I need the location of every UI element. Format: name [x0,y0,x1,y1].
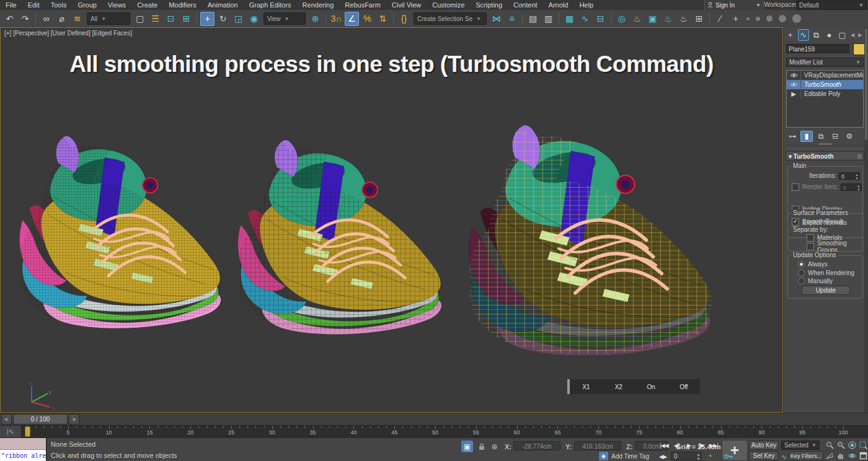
spinner-snap-icon[interactable]: ⇅ [376,12,390,26]
rectangular-selection-region-icon[interactable]: ⊡ [164,12,178,26]
zoom-icon[interactable] [825,440,835,450]
zoom-all-icon[interactable] [836,440,846,450]
menu-group[interactable]: Group [72,0,102,10]
render-preset-blob-4[interactable] [779,15,786,22]
eye-icon[interactable] [787,80,801,89]
schematic-view-icon[interactable]: ⊟ [593,12,608,26]
previous-frame-step-button[interactable]: < [1,414,12,424]
shoe-model-smoothed-wireframe[interactable] [461,115,726,355]
menu-arnold[interactable]: Arnold [543,0,574,10]
always-radio[interactable] [798,261,805,268]
smooth-result-checkbox[interactable]: ✓ [792,218,799,226]
modify-tab[interactable]: ∿ [798,29,809,41]
spinner-icon[interactable]: ▲▼ [696,452,701,461]
unlink-selection-icon[interactable]: ⌀ [55,12,69,26]
go-to-end-button[interactable]: ▶▶| [708,441,719,450]
render-production-icon[interactable]: ♨ [661,12,675,26]
menu-animation[interactable]: Animation [202,0,244,10]
add-mode-icon[interactable]: + [728,12,743,26]
menu-help[interactable]: Help [574,0,599,10]
render-preset-blob-5[interactable] [792,14,801,23]
smoothing-groups-checkbox[interactable] [807,243,814,250]
render-iters-field[interactable]: 0▲▼ [841,183,862,191]
auto-key-button[interactable]: Auto Key [749,441,779,450]
x-coordinate-field[interactable]: -28.774cm [513,441,560,450]
named-selection-dropdown[interactable]: Create Selection Se▼ [414,12,487,25]
go-to-start-button[interactable]: |◀◀ [658,441,670,450]
maximize-viewport-icon[interactable] [858,450,868,460]
maxscript-mini-listener[interactable]: "ribbon alre [0,438,47,461]
selection-filter-dropdown[interactable]: All▼ [87,12,130,25]
update-button[interactable]: Update [802,286,850,295]
next-frame-button[interactable]: ||▶ [696,441,707,450]
remove-modifier-button[interactable]: ⊟ [829,131,841,142]
hierarchy-tab[interactable]: ⧉ [811,29,822,41]
viewport-label[interactable]: [+] [Perspective] [User Defined] [Edged … [4,30,132,37]
next-frame-step-button[interactable]: > [69,414,79,424]
menu-civil-view[interactable]: Civil View [386,0,427,10]
default-in-out-tangents-icon[interactable]: ∿ [780,452,787,461]
spinner-icon[interactable]: ▲▼ [857,184,861,191]
track-bar[interactable]: |∿ 0510152025303540455055606570758085909… [0,425,868,438]
render-preset-blob-2[interactable] [756,17,760,21]
listener-macro-recorder-field[interactable] [0,438,46,450]
curve-editor-icon[interactable]: ∿ [578,12,592,26]
modifier-list-dropdown[interactable]: Modifier List ▼ [786,58,864,67]
scene-explorer-icon[interactable]: ▤ [526,12,540,26]
menu-rebusfarm[interactable]: RebusFarm [339,0,386,10]
select-and-scale-icon[interactable]: ◲ [231,12,246,26]
modifier-stack-row[interactable]: TurboSmooth [787,80,863,89]
absolute-mode-transform-icon[interactable]: ⊕ [489,441,500,452]
slate-cut-icon[interactable]: ⁄ [713,12,727,26]
overlay-button-off[interactable]: Off [668,384,701,390]
render-setup-icon[interactable]: ♨ [630,12,644,26]
time-slider-handle[interactable]: 0 / 100 [13,414,68,424]
field-of-view-icon[interactable] [825,450,835,460]
object-color-swatch[interactable] [853,43,865,55]
configure-modifier-sets-button[interactable]: ⚙ [843,131,856,142]
render-grid-icon[interactable]: ⊞ [692,12,706,26]
menu-customize[interactable]: Customize [427,0,470,10]
listener-input-field[interactable]: "ribbon alre [0,450,46,461]
select-and-move-icon[interactable]: + [200,12,215,26]
manually-radio[interactable] [798,278,805,284]
zoom-region-icon[interactable] [858,440,868,450]
select-and-place-icon[interactable]: ◉ [247,12,261,26]
percent-snap-icon[interactable]: % [360,12,374,26]
menu-views[interactable]: Views [102,0,131,10]
align-icon[interactable]: ≡ [505,12,519,26]
object-name-field[interactable]: Plane159 [786,44,849,53]
show-end-result-button[interactable]: ▮ [800,131,813,142]
panel-splitter[interactable] [786,145,864,149]
menu-tools[interactable]: Tools [45,0,73,10]
set-key-button[interactable]: Set Key [749,451,779,460]
selection-lock-icon[interactable] [476,441,487,452]
menu-content[interactable]: Content [508,0,543,10]
current-frame-field[interactable]: 0 ▲▼ [671,452,702,460]
sign-in-button[interactable]: Sign In ▼ [704,0,764,10]
select-and-link-icon[interactable]: ∞ [39,12,53,26]
use-pivot-point-icon[interactable]: ⊕ [308,12,322,26]
pan-icon[interactable] [836,450,846,460]
menu-graph-editors[interactable]: Graph Editors [244,0,297,10]
menu-create[interactable]: Create [131,0,163,10]
motion-tab[interactable]: ● [824,29,835,41]
set-keys-button[interactable]: + [722,440,748,461]
when-rendering-radio[interactable] [798,270,805,276]
toggle-ribbon-icon[interactable]: ▦ [562,12,577,26]
mirror-icon[interactable]: ⋈ [489,12,503,26]
time-configuration-icon[interactable]: ◔ [704,451,714,461]
zoom-extents-icon[interactable] [847,440,857,450]
select-by-name-icon[interactable]: ☰ [148,12,162,26]
open-mini-curve-editor-icon[interactable]: |∿ [0,426,22,437]
display-tab[interactable]: ▢ [836,29,848,41]
render-preset-blob-1[interactable] [746,17,750,20]
menu-file[interactable]: File [0,0,22,10]
snaps-toggle-icon[interactable]: 3∩ [329,12,343,26]
modifier-stack-row[interactable]: ▶Editable Poly [787,89,863,99]
menu-edit[interactable]: Edit [22,0,45,10]
make-unique-button[interactable]: ⧉ [815,131,827,142]
reference-coordinate-dropdown[interactable]: View▼ [264,12,306,25]
eye-icon[interactable] [787,71,801,80]
named-selection-sets-icon[interactable]: {} [397,12,411,26]
